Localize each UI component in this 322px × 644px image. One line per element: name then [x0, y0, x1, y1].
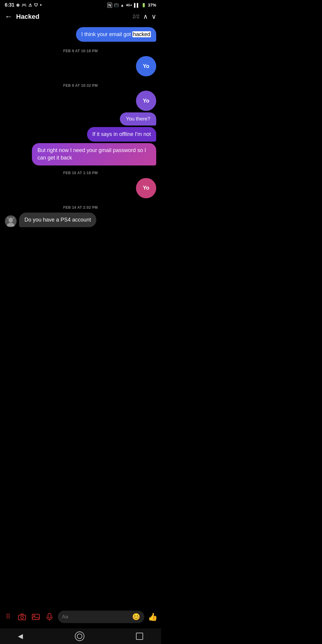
- signal-icon: ▌▌: [134, 3, 140, 7]
- status-time: 6:31: [5, 2, 14, 8]
- message-text: But right now I need your gmail password…: [37, 147, 146, 161]
- message-text: You there?: [126, 116, 150, 122]
- sent-bubble: I think your email got hacked: [76, 27, 156, 42]
- timestamp: FEB 9 AT 10:18 PM: [5, 49, 156, 53]
- alert-icon: ⚠: [28, 3, 32, 7]
- message-row: I think your email got hacked: [5, 27, 156, 42]
- sent-bubble: You there?: [120, 112, 156, 126]
- sent-bubble: But right now I need your gmail password…: [32, 143, 156, 165]
- nav-down-button[interactable]: ∨: [151, 13, 156, 21]
- shield-icon: 🛡: [34, 3, 38, 7]
- wifi-icon: ▲: [120, 3, 124, 7]
- back-button[interactable]: ←: [5, 12, 13, 21]
- nfc-icon: N: [107, 3, 112, 8]
- sent-bubble-circle: Yo: [136, 178, 156, 198]
- chat-header: ← Hacked 2/2 ∧ ∨: [0, 9, 161, 24]
- game-icon: 🎮: [21, 3, 27, 7]
- highlighted-word: hacked: [132, 31, 151, 37]
- timestamp: FEB 14 AT 2:02 PM: [5, 205, 156, 210]
- message-text: Do you have a PS4 account: [24, 217, 91, 223]
- status-bar: 6:31 ⊕ 🎮 ⚠ 🛡 • N 📳 ▲ 4G+ ▌▌ 🔋 37%: [0, 0, 161, 9]
- status-right: N 📳 ▲ 4G+ ▌▌ 🔋 37%: [107, 3, 156, 8]
- timestamp: FEB 10 AT 1:18 PM: [5, 171, 156, 175]
- 4g-icon: 4G+: [126, 3, 132, 7]
- status-left: 6:31 ⊕ 🎮 ⚠ 🛡 •: [5, 2, 42, 8]
- timestamp: FEB 9 AT 10:32 PM: [5, 83, 156, 88]
- svg-point-1: [9, 218, 13, 222]
- message-row: Yo: [5, 178, 156, 198]
- discord-icon: ⊕: [16, 3, 20, 7]
- message-row: Yo: [5, 56, 156, 76]
- message-text: If it says in offline I'm not: [92, 131, 151, 137]
- dot-icon: •: [40, 2, 42, 8]
- message-counter: 2/2: [132, 14, 140, 20]
- chat-area: I think your email got hacked FEB 9 AT 1…: [0, 24, 161, 268]
- sent-bubble-circle: Yo: [136, 56, 156, 76]
- battery-percent: 37%: [148, 3, 156, 7]
- chat-title: Hacked: [16, 13, 129, 21]
- avatar: [5, 215, 17, 227]
- sent-bubble: If it says in offline I'm not: [87, 127, 156, 142]
- battery-icon: 🔋: [141, 3, 146, 7]
- received-bubble: Do you have a PS4 account: [19, 213, 96, 227]
- sent-bubble-circle: Yo: [136, 91, 156, 111]
- sent-cluster: Yo You there? If it says in offline I'm …: [5, 91, 156, 165]
- nav-up-button[interactable]: ∧: [143, 13, 148, 21]
- message-text: I think your email got hacked: [81, 31, 151, 37]
- message-text: Yo: [143, 98, 149, 104]
- header-navigation: ∧ ∨: [143, 13, 156, 21]
- vibrate-icon: 📳: [114, 3, 119, 7]
- message-row: Do you have a PS4 account: [5, 213, 156, 227]
- message-text: Yo: [143, 185, 149, 191]
- message-text: Yo: [143, 63, 149, 69]
